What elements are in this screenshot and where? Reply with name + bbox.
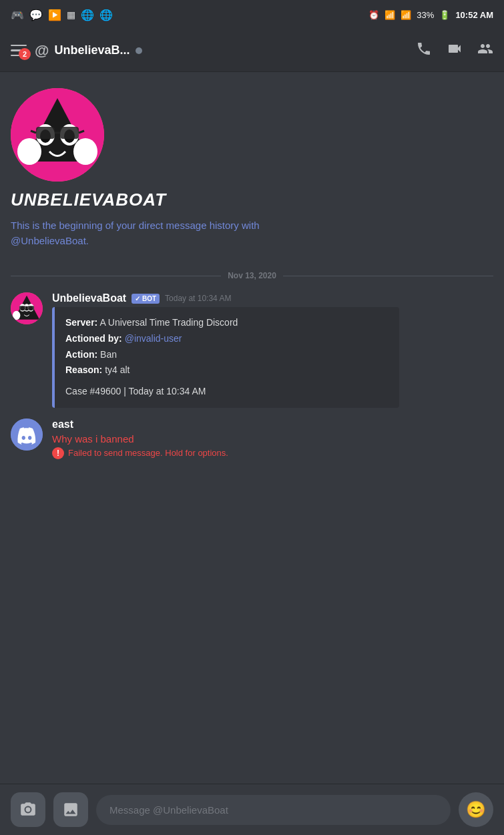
header-username: UnbelievaB... (54, 43, 130, 57)
embed-server-line: Server: A Universal Time Trading Discord (65, 315, 389, 331)
bot-name-large: UNBELIEVABOAT (11, 190, 493, 210)
bot-avatar-small (11, 292, 43, 324)
dm-intro: UNBELIEVABOAT This is the beginning of y… (11, 72, 493, 259)
svg-point-3 (73, 138, 97, 165)
failed-message: ! Failed to send message. Hold for optio… (52, 447, 493, 459)
app-icon-2: 💬 (29, 9, 43, 21)
menu-badge: 2 (19, 48, 31, 60)
status-dot (136, 47, 142, 54)
svg-point-24 (13, 311, 21, 320)
embed-actioned-line: Actioned by: @invalid-user (65, 331, 389, 347)
bot-badge: ✓ BOT (132, 294, 160, 304)
alarm-icon: ⏰ (368, 10, 379, 20)
embed-reason-line: Reason: ty4 alt (65, 362, 389, 378)
message-input[interactable] (96, 795, 451, 825)
embed: Server: A Universal Time Trading Discord… (52, 307, 399, 408)
user-message-header: east (52, 419, 493, 431)
error-icon: ! (52, 447, 64, 459)
user-avatar (11, 419, 43, 451)
header-icons (416, 41, 493, 61)
svg-rect-9 (60, 127, 79, 139)
divider-line-right (283, 276, 493, 276)
app-icon-1: 🎮 (11, 9, 24, 21)
status-bar-right: ⏰ 📶 📶 33% 🔋 10:52 AM (368, 10, 493, 20)
failed-message-text: Failed to send message. Hold for options… (68, 448, 228, 458)
date-divider-text: Nov 13, 2020 (228, 271, 276, 280)
camera-button[interactable] (11, 792, 45, 827)
invalid-user-link[interactable]: @invalid-user (125, 333, 182, 344)
svg-point-2 (17, 138, 41, 165)
svg-rect-21 (19, 306, 26, 310)
battery-percent: 33% (417, 10, 434, 20)
bot-avatar-large (11, 88, 104, 182)
video-icon[interactable] (447, 41, 463, 61)
emoji-button[interactable]: 😊 (459, 792, 493, 827)
app-icon-5: 🌐 (81, 9, 94, 21)
bot-message: UnbelievaBoat ✓ BOT Today at 10:34 AM Se… (11, 292, 493, 408)
menu-button[interactable]: 2 (11, 45, 27, 57)
input-area: 😊 (0, 784, 504, 835)
phone-icon[interactable] (416, 41, 432, 61)
header: 2 @ UnbelievaB... (0, 29, 504, 72)
date-divider: Nov 13, 2020 (11, 271, 493, 280)
app-icon-4: ▦ (67, 9, 75, 20)
battery-icon: 🔋 (439, 10, 450, 20)
app-icon-3: ▶️ (48, 9, 61, 21)
signal-icon: 📶 (401, 10, 411, 20)
image-button[interactable] (53, 792, 88, 827)
bot-username: UnbelievaBoat (52, 292, 126, 304)
svg-rect-8 (36, 127, 55, 139)
user-message-content: east Why was i banned ! Failed to send m… (52, 419, 493, 459)
wifi-icon: 📶 (385, 10, 395, 20)
profile-icon[interactable] (477, 41, 493, 61)
embed-case: Case #49600 | Today at 10:34 AM (65, 384, 389, 400)
bot-message-content: UnbelievaBoat ✓ BOT Today at 10:34 AM Se… (52, 292, 493, 408)
embed-action-line: Action: Ban (65, 347, 389, 363)
bot-message-timestamp: Today at 10:34 AM (165, 294, 231, 303)
app-icon-6: 🌐 (99, 9, 113, 21)
chat-area: UNBELIEVABOAT This is the beginning of y… (0, 72, 504, 784)
divider-line-left (11, 276, 221, 276)
user-username: east (52, 419, 73, 431)
svg-rect-22 (27, 306, 34, 310)
time: 10:52 AM (455, 10, 493, 20)
user-message-text: Why was i banned (52, 433, 493, 445)
status-bar: 🎮 💬 ▶️ ▦ 🌐 🌐 ⏰ 📶 📶 33% 🔋 10:52 AM (0, 0, 504, 29)
status-bar-left: 🎮 💬 ▶️ ▦ 🌐 🌐 (11, 9, 113, 21)
user-message: east Why was i banned ! Failed to send m… (11, 419, 493, 459)
header-title-area: @ UnbelievaB... (35, 42, 408, 59)
message-header: UnbelievaBoat ✓ BOT Today at 10:34 AM (52, 292, 493, 304)
at-sign-icon: @ (35, 42, 49, 59)
dm-history-text: This is the beginning of your direct mes… (11, 218, 493, 248)
